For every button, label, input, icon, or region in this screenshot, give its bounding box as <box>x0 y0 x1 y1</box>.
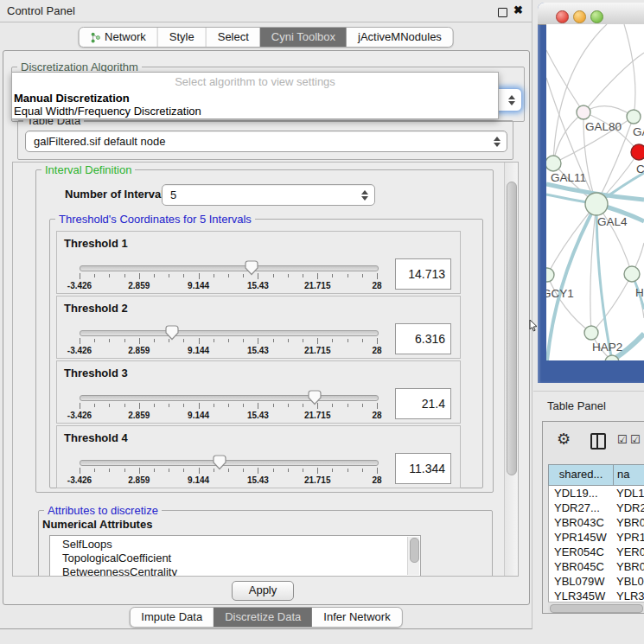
dropdown-option-manual[interactable]: Manual Discretization <box>14 92 130 105</box>
tab-infer-network[interactable]: Infer Network <box>312 608 401 627</box>
network-node[interactable] <box>577 105 590 119</box>
threshold-slider[interactable]: -3.4262.8599.14415.4321.71528 <box>80 460 377 488</box>
list-item[interactable]: SelfLoops <box>50 538 420 552</box>
column-header-name[interactable]: na <box>614 465 644 485</box>
apply-button[interactable]: Apply <box>232 581 294 601</box>
combo-arrows-icon <box>494 137 501 147</box>
checkbox-icon[interactable]: ☑ <box>630 433 641 446</box>
slider-track[interactable] <box>80 395 379 401</box>
tab-network[interactable]: Network <box>79 28 158 47</box>
table-data-combo[interactable]: galFiltered.sif default node <box>25 131 507 152</box>
table-row[interactable]: YER054CYER0 <box>549 545 644 559</box>
threshold-value-field[interactable]: 21.4 <box>395 388 451 419</box>
slider-tick <box>169 404 169 407</box>
network-node[interactable] <box>631 144 644 160</box>
slider-tick <box>273 404 274 407</box>
network-node[interactable] <box>546 156 561 171</box>
slider-tick <box>348 274 348 277</box>
dropdown-option-equal-width[interactable]: Equal Width/Frequency Discretization <box>14 105 201 118</box>
slider-tick <box>94 339 95 342</box>
close-icon[interactable]: ✖ <box>513 3 523 16</box>
tick-label: -3.426 <box>67 475 92 485</box>
network-node[interactable] <box>584 326 598 340</box>
tab-style[interactable]: Style <box>158 28 207 47</box>
number-of-intervals-combo[interactable]: 5 <box>162 184 375 206</box>
table-row[interactable]: YDL19...YDL1 <box>549 486 644 501</box>
network-view-window: GAL80GACGAL11GAL4GCY1HHAP2 <box>538 3 644 383</box>
combo-arrows-icon <box>361 190 368 201</box>
slider-tick <box>183 274 184 277</box>
list-item[interactable]: BetweennessCentrality <box>50 565 420 577</box>
slider-tick <box>169 469 169 472</box>
table-row[interactable]: YBR045CYBR0 <box>549 559 644 574</box>
slider-handle[interactable] <box>245 260 258 276</box>
table-row[interactable]: YDR27...YDR2 <box>549 501 644 515</box>
scrollbar-thumb[interactable] <box>410 538 419 563</box>
network-node[interactable] <box>627 110 641 124</box>
slider-tick <box>243 404 244 407</box>
threshold-slider[interactable]: -3.4262.8599.14415.4321.71528 <box>80 395 377 423</box>
attribute-list[interactable]: SelfLoopsTopologicalCoefficientBetweenne… <box>49 535 421 577</box>
horizontal-scrollbar[interactable] <box>548 602 644 613</box>
threshold-slider[interactable]: -3.4262.8599.14415.4321.71528 <box>80 265 377 293</box>
slider-handle[interactable] <box>165 325 179 341</box>
algorithm-dropdown-popup: Select algorithm to view settings Manual… <box>11 72 499 119</box>
float-window-icon[interactable] <box>498 8 507 17</box>
network-edge <box>546 50 583 112</box>
split-columns-icon[interactable] <box>590 433 606 450</box>
checkbox-icon[interactable]: ☑ <box>617 433 628 446</box>
slider-handle[interactable] <box>213 455 226 470</box>
slider-tick <box>348 339 348 342</box>
scrollbar-thumb[interactable] <box>507 182 517 475</box>
tab-select[interactable]: Select <box>207 28 260 47</box>
tab-impute-data[interactable]: Impute Data <box>130 608 214 627</box>
slider-tick <box>154 469 155 472</box>
network-canvas[interactable]: GAL80GACGAL11GAL4GCY1HHAP2 <box>546 24 644 360</box>
slider-tick <box>109 404 110 407</box>
slider-track[interactable] <box>80 460 379 466</box>
table-row[interactable]: YBR043CYBR0 <box>549 515 644 530</box>
tab-cyni-toolbox[interactable]: Cyni Toolbox <box>260 28 347 47</box>
tick-label: 28 <box>372 281 381 290</box>
slider-tick <box>154 274 155 277</box>
slider-track[interactable] <box>80 330 379 336</box>
network-node[interactable] <box>624 266 640 282</box>
slider-handle[interactable] <box>308 390 322 405</box>
slider-tick <box>228 339 229 342</box>
slider-tick <box>258 468 258 474</box>
vertical-scrollbar[interactable] <box>504 163 518 576</box>
slider-tick <box>258 403 258 409</box>
tab-jactivemnodules[interactable]: jActiveMNodules <box>347 28 453 47</box>
slider-tick <box>317 468 318 474</box>
table-row[interactable]: YBL079WYBL0 <box>549 574 644 589</box>
tick-label: 28 <box>372 411 381 420</box>
tick-label: -3.426 <box>67 411 92 420</box>
threshold-slider[interactable]: -3.4262.8599.14415.4321.71528 <box>80 330 377 358</box>
control-panel-window: Control Panel ✖ Network Style Select Cyn… <box>0 0 532 629</box>
gear-icon[interactable]: ⚙ <box>557 430 571 449</box>
slider-tick <box>332 469 333 472</box>
mac-minimize-icon[interactable] <box>573 10 586 23</box>
tab-discretize-data[interactable]: Discretize Data <box>214 608 312 627</box>
network-node[interactable] <box>546 268 554 282</box>
network-node[interactable] <box>585 193 608 215</box>
tick-label: 15.43 <box>247 475 269 485</box>
threshold-value-field[interactable]: 11.344 <box>395 453 451 484</box>
column-header-shared-name[interactable]: shared... <box>549 465 614 485</box>
threshold-value-field[interactable]: 14.713 <box>395 258 451 290</box>
mac-zoom-icon[interactable] <box>590 10 603 23</box>
control-panel-titlebar: Control Panel ✖ <box>0 0 532 22</box>
mac-close-icon[interactable] <box>556 10 569 23</box>
threshold-value-field[interactable]: 6.316 <box>395 323 451 354</box>
slider-tick <box>377 468 378 474</box>
slider-tick <box>317 273 318 279</box>
attribute-list-scrollbar[interactable] <box>407 537 419 575</box>
slider-tick <box>377 338 378 344</box>
table-row[interactable]: YPR145WYPR1 <box>549 530 644 545</box>
scrollbar-thumb[interactable] <box>550 604 643 613</box>
combo-value: 5 <box>170 185 176 205</box>
group-title: Attributes to discretize <box>44 504 162 517</box>
slider-track[interactable] <box>80 265 379 271</box>
list-item[interactable]: TopologicalCoefficient <box>50 552 420 565</box>
tick-label: 21.715 <box>304 411 331 420</box>
